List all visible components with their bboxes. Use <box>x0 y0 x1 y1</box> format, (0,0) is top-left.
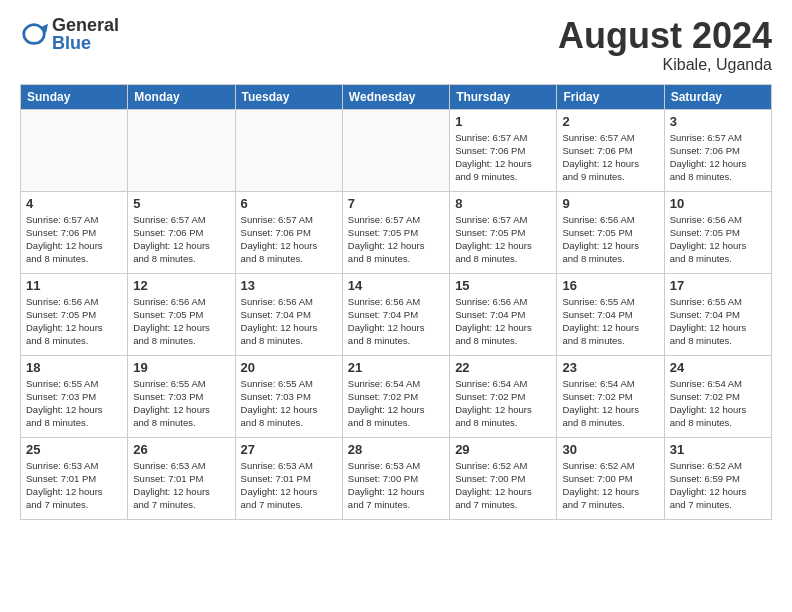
day-number: 24 <box>670 360 766 375</box>
table-row: 27Sunrise: 6:53 AM Sunset: 7:01 PM Dayli… <box>235 437 342 519</box>
day-info: Sunrise: 6:55 AM Sunset: 7:03 PM Dayligh… <box>26 377 122 430</box>
logo-blue: Blue <box>52 34 119 52</box>
table-row: 29Sunrise: 6:52 AM Sunset: 7:00 PM Dayli… <box>450 437 557 519</box>
calendar-week-row: 25Sunrise: 6:53 AM Sunset: 7:01 PM Dayli… <box>21 437 772 519</box>
col-friday: Friday <box>557 84 664 109</box>
table-row: 7Sunrise: 6:57 AM Sunset: 7:05 PM Daylig… <box>342 191 449 273</box>
table-row: 18Sunrise: 6:55 AM Sunset: 7:03 PM Dayli… <box>21 355 128 437</box>
table-row: 11Sunrise: 6:56 AM Sunset: 7:05 PM Dayli… <box>21 273 128 355</box>
logo-general: General <box>52 16 119 34</box>
day-info: Sunrise: 6:56 AM Sunset: 7:04 PM Dayligh… <box>348 295 444 348</box>
table-row: 26Sunrise: 6:53 AM Sunset: 7:01 PM Dayli… <box>128 437 235 519</box>
day-number: 3 <box>670 114 766 129</box>
title-block: August 2024 Kibale, Uganda <box>558 16 772 74</box>
day-info: Sunrise: 6:57 AM Sunset: 7:05 PM Dayligh… <box>455 213 551 266</box>
calendar-week-row: 18Sunrise: 6:55 AM Sunset: 7:03 PM Dayli… <box>21 355 772 437</box>
calendar-header: Sunday Monday Tuesday Wednesday Thursday… <box>21 84 772 109</box>
day-info: Sunrise: 6:57 AM Sunset: 7:06 PM Dayligh… <box>133 213 229 266</box>
day-number: 20 <box>241 360 337 375</box>
page: General Blue August 2024 Kibale, Uganda … <box>0 0 792 612</box>
day-number: 9 <box>562 196 658 211</box>
day-info: Sunrise: 6:52 AM Sunset: 6:59 PM Dayligh… <box>670 459 766 512</box>
day-number: 28 <box>348 442 444 457</box>
table-row: 23Sunrise: 6:54 AM Sunset: 7:02 PM Dayli… <box>557 355 664 437</box>
table-row: 20Sunrise: 6:55 AM Sunset: 7:03 PM Dayli… <box>235 355 342 437</box>
day-number: 10 <box>670 196 766 211</box>
day-number: 4 <box>26 196 122 211</box>
table-row: 13Sunrise: 6:56 AM Sunset: 7:04 PM Dayli… <box>235 273 342 355</box>
col-sunday: Sunday <box>21 84 128 109</box>
table-row: 12Sunrise: 6:56 AM Sunset: 7:05 PM Dayli… <box>128 273 235 355</box>
day-number: 30 <box>562 442 658 457</box>
day-number: 12 <box>133 278 229 293</box>
day-info: Sunrise: 6:56 AM Sunset: 7:04 PM Dayligh… <box>455 295 551 348</box>
table-row: 14Sunrise: 6:56 AM Sunset: 7:04 PM Dayli… <box>342 273 449 355</box>
day-number: 5 <box>133 196 229 211</box>
day-info: Sunrise: 6:55 AM Sunset: 7:04 PM Dayligh… <box>562 295 658 348</box>
day-number: 23 <box>562 360 658 375</box>
day-info: Sunrise: 6:54 AM Sunset: 7:02 PM Dayligh… <box>670 377 766 430</box>
day-info: Sunrise: 6:56 AM Sunset: 7:05 PM Dayligh… <box>562 213 658 266</box>
logo-icon <box>20 20 48 48</box>
day-number: 31 <box>670 442 766 457</box>
col-thursday: Thursday <box>450 84 557 109</box>
day-info: Sunrise: 6:56 AM Sunset: 7:05 PM Dayligh… <box>133 295 229 348</box>
day-info: Sunrise: 6:57 AM Sunset: 7:06 PM Dayligh… <box>562 131 658 184</box>
table-row: 25Sunrise: 6:53 AM Sunset: 7:01 PM Dayli… <box>21 437 128 519</box>
table-row: 6Sunrise: 6:57 AM Sunset: 7:06 PM Daylig… <box>235 191 342 273</box>
day-info: Sunrise: 6:56 AM Sunset: 7:05 PM Dayligh… <box>26 295 122 348</box>
table-row: 21Sunrise: 6:54 AM Sunset: 7:02 PM Dayli… <box>342 355 449 437</box>
day-number: 6 <box>241 196 337 211</box>
col-monday: Monday <box>128 84 235 109</box>
day-number: 21 <box>348 360 444 375</box>
day-info: Sunrise: 6:53 AM Sunset: 7:01 PM Dayligh… <box>133 459 229 512</box>
main-title: August 2024 <box>558 16 772 56</box>
table-row: 5Sunrise: 6:57 AM Sunset: 7:06 PM Daylig… <box>128 191 235 273</box>
table-row <box>128 109 235 191</box>
col-saturday: Saturday <box>664 84 771 109</box>
table-row: 1Sunrise: 6:57 AM Sunset: 7:06 PM Daylig… <box>450 109 557 191</box>
day-number: 19 <box>133 360 229 375</box>
sub-title: Kibale, Uganda <box>558 56 772 74</box>
day-number: 16 <box>562 278 658 293</box>
day-number: 1 <box>455 114 551 129</box>
header: General Blue August 2024 Kibale, Uganda <box>20 16 772 74</box>
table-row: 24Sunrise: 6:54 AM Sunset: 7:02 PM Dayli… <box>664 355 771 437</box>
table-row <box>235 109 342 191</box>
day-number: 18 <box>26 360 122 375</box>
table-row: 2Sunrise: 6:57 AM Sunset: 7:06 PM Daylig… <box>557 109 664 191</box>
calendar-body: 1Sunrise: 6:57 AM Sunset: 7:06 PM Daylig… <box>21 109 772 519</box>
col-tuesday: Tuesday <box>235 84 342 109</box>
table-row: 28Sunrise: 6:53 AM Sunset: 7:00 PM Dayli… <box>342 437 449 519</box>
table-row: 17Sunrise: 6:55 AM Sunset: 7:04 PM Dayli… <box>664 273 771 355</box>
day-number: 22 <box>455 360 551 375</box>
table-row: 16Sunrise: 6:55 AM Sunset: 7:04 PM Dayli… <box>557 273 664 355</box>
logo: General Blue <box>20 16 119 52</box>
day-info: Sunrise: 6:54 AM Sunset: 7:02 PM Dayligh… <box>348 377 444 430</box>
table-row: 30Sunrise: 6:52 AM Sunset: 7:00 PM Dayli… <box>557 437 664 519</box>
table-row: 9Sunrise: 6:56 AM Sunset: 7:05 PM Daylig… <box>557 191 664 273</box>
day-info: Sunrise: 6:57 AM Sunset: 7:06 PM Dayligh… <box>455 131 551 184</box>
day-info: Sunrise: 6:56 AM Sunset: 7:04 PM Dayligh… <box>241 295 337 348</box>
calendar-week-row: 11Sunrise: 6:56 AM Sunset: 7:05 PM Dayli… <box>21 273 772 355</box>
day-info: Sunrise: 6:57 AM Sunset: 7:05 PM Dayligh… <box>348 213 444 266</box>
day-number: 29 <box>455 442 551 457</box>
day-info: Sunrise: 6:53 AM Sunset: 7:01 PM Dayligh… <box>26 459 122 512</box>
day-number: 2 <box>562 114 658 129</box>
day-info: Sunrise: 6:54 AM Sunset: 7:02 PM Dayligh… <box>455 377 551 430</box>
day-number: 26 <box>133 442 229 457</box>
day-info: Sunrise: 6:57 AM Sunset: 7:06 PM Dayligh… <box>26 213 122 266</box>
day-number: 11 <box>26 278 122 293</box>
day-info: Sunrise: 6:55 AM Sunset: 7:04 PM Dayligh… <box>670 295 766 348</box>
day-info: Sunrise: 6:57 AM Sunset: 7:06 PM Dayligh… <box>241 213 337 266</box>
day-number: 25 <box>26 442 122 457</box>
table-row <box>342 109 449 191</box>
day-number: 13 <box>241 278 337 293</box>
day-info: Sunrise: 6:57 AM Sunset: 7:06 PM Dayligh… <box>670 131 766 184</box>
table-row: 4Sunrise: 6:57 AM Sunset: 7:06 PM Daylig… <box>21 191 128 273</box>
day-number: 8 <box>455 196 551 211</box>
day-info: Sunrise: 6:56 AM Sunset: 7:05 PM Dayligh… <box>670 213 766 266</box>
header-row: Sunday Monday Tuesday Wednesday Thursday… <box>21 84 772 109</box>
table-row: 10Sunrise: 6:56 AM Sunset: 7:05 PM Dayli… <box>664 191 771 273</box>
day-info: Sunrise: 6:52 AM Sunset: 7:00 PM Dayligh… <box>562 459 658 512</box>
